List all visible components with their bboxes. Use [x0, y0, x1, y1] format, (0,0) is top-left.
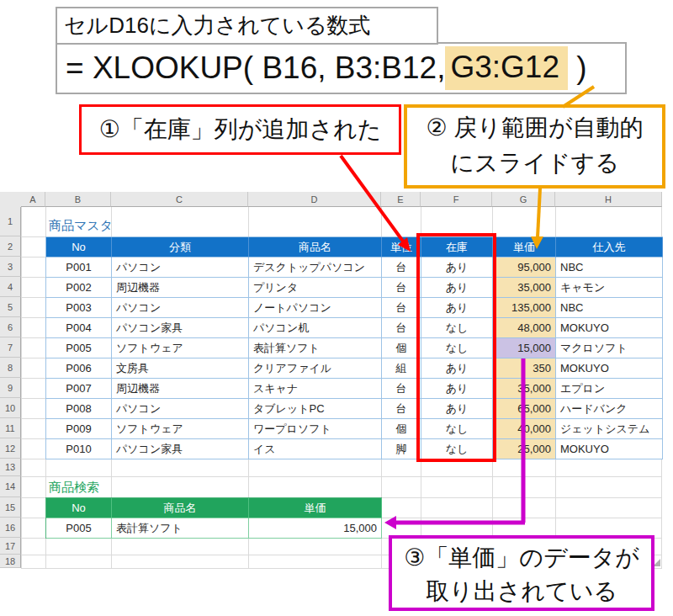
- column-header-b[interactable]: B: [45, 192, 111, 207]
- cell-price-p009[interactable]: 40,000: [493, 419, 556, 439]
- cell-name-p002[interactable]: プリンタ: [249, 278, 382, 298]
- cell-unit-p010[interactable]: 脚: [382, 439, 421, 459]
- row-header-4[interactable]: 4: [0, 277, 21, 297]
- cell-unit-p008[interactable]: 台: [382, 399, 421, 419]
- row-header-13[interactable]: 13: [0, 459, 21, 476]
- column-header-a[interactable]: A: [21, 192, 45, 207]
- row-header-11[interactable]: 11: [0, 418, 21, 438]
- row-header-7[interactable]: 7: [0, 337, 21, 358]
- cell-unit-p002[interactable]: 台: [382, 278, 421, 298]
- cell-supplier-p006[interactable]: MOKUYO: [556, 358, 663, 379]
- row-header-12[interactable]: 12: [0, 438, 21, 459]
- cell-unit-p004[interactable]: 台: [382, 318, 421, 338]
- cell-category-p007[interactable]: 周辺機器: [112, 379, 249, 399]
- cell-stock-p005[interactable]: なし: [421, 338, 493, 358]
- column-header-g[interactable]: G: [492, 192, 555, 207]
- cell-unit-p007[interactable]: 台: [382, 379, 421, 399]
- row-header-17[interactable]: 17: [0, 538, 21, 555]
- cell-price-p002[interactable]: 35,000: [493, 278, 556, 298]
- cell-supplier-p007[interactable]: エプロン: [556, 379, 663, 399]
- cell-supplier-p008[interactable]: ハードバンク: [556, 399, 663, 419]
- row-header-15[interactable]: 15: [0, 497, 21, 518]
- cell-category-p006[interactable]: 文房具: [112, 358, 249, 379]
- cell-name-p003[interactable]: ノートパソコン: [249, 298, 382, 318]
- cell-category-p009[interactable]: ソフトウェア: [112, 419, 249, 439]
- cell-category-p003[interactable]: パソコン: [112, 298, 249, 318]
- cell-name-p004[interactable]: パソコン机: [249, 318, 382, 338]
- cell-unit-p009[interactable]: 個: [382, 419, 421, 439]
- cell-no-p007[interactable]: P007: [46, 379, 112, 399]
- cell-unit-p005[interactable]: 個: [382, 338, 421, 358]
- cell-stock-p002[interactable]: あり: [421, 278, 493, 298]
- cell-stock-p008[interactable]: あり: [421, 399, 493, 419]
- cell-b16-lookup-key[interactable]: P005: [46, 518, 112, 539]
- cell-price-p007[interactable]: 35,000: [493, 379, 556, 399]
- column-header-c[interactable]: C: [111, 192, 248, 207]
- cell-no-p006[interactable]: P006: [46, 358, 112, 379]
- cell-stock-p009[interactable]: なし: [421, 419, 493, 439]
- cell-supplier-p005[interactable]: マクロソフト: [556, 338, 663, 358]
- cell-supplier-p002[interactable]: キャモン: [556, 278, 663, 298]
- cell-no-p010[interactable]: P010: [46, 439, 112, 459]
- cell-supplier-p004[interactable]: MOKUYO: [556, 318, 663, 338]
- master-table-title[interactable]: 商品マスタ: [49, 207, 113, 234]
- cell-price-p006[interactable]: 350: [493, 358, 556, 379]
- cell-name-p008[interactable]: タブレットPC: [249, 399, 382, 419]
- master-header-supplier[interactable]: 仕入先: [556, 237, 663, 258]
- row-header-8[interactable]: 8: [0, 358, 21, 378]
- cell-no-p005[interactable]: P005: [46, 338, 112, 358]
- master-header-price[interactable]: 単価: [493, 237, 556, 258]
- column-header-e[interactable]: E: [381, 192, 421, 207]
- row-header-9[interactable]: 9: [0, 378, 21, 398]
- search-table-title[interactable]: 商品検索: [49, 476, 99, 496]
- cell-name-p001[interactable]: デスクトップパソコン: [249, 258, 382, 278]
- cell-category-p005[interactable]: ソフトウェア: [112, 338, 249, 358]
- column-header-d[interactable]: D: [248, 192, 381, 207]
- row-header-10[interactable]: 10: [0, 398, 21, 418]
- master-header-stock[interactable]: 在庫: [421, 237, 493, 258]
- cell-unit-p003[interactable]: 台: [382, 298, 421, 318]
- cell-stock-p003[interactable]: あり: [421, 298, 493, 318]
- cell-unit-p006[interactable]: 組: [382, 358, 421, 379]
- search-header-name[interactable]: 商品名: [112, 498, 249, 518]
- cell-d16-result-price[interactable]: 15,000: [249, 518, 382, 539]
- cell-stock-p007[interactable]: あり: [421, 379, 493, 399]
- master-header-category[interactable]: 分類: [112, 237, 249, 258]
- row-header-1[interactable]: 1: [0, 207, 21, 236]
- cell-stock-p001[interactable]: あり: [421, 258, 493, 278]
- row-header-5[interactable]: 5: [0, 297, 21, 317]
- cell-category-p010[interactable]: パソコン家具: [112, 439, 249, 459]
- cell-price-p003[interactable]: 135,000: [493, 298, 556, 318]
- cell-category-p004[interactable]: パソコン家具: [112, 318, 249, 338]
- cell-category-p008[interactable]: パソコン: [112, 399, 249, 419]
- cell-no-p001[interactable]: P001: [46, 258, 112, 278]
- search-header-price[interactable]: 単価: [249, 498, 382, 518]
- cell-no-p002[interactable]: P002: [46, 278, 112, 298]
- cell-stock-p004[interactable]: なし: [421, 318, 493, 338]
- cell-name-p010[interactable]: イス: [249, 439, 382, 459]
- cell-price-p005[interactable]: 15,000: [493, 338, 556, 358]
- row-header-16[interactable]: 16: [0, 518, 21, 538]
- cell-category-p001[interactable]: パソコン: [112, 258, 249, 278]
- cell-no-p009[interactable]: P009: [46, 419, 112, 439]
- column-header-f[interactable]: F: [421, 192, 492, 207]
- cell-supplier-p003[interactable]: NBC: [556, 298, 663, 318]
- cell-no-p004[interactable]: P004: [46, 318, 112, 338]
- cell-c16-product-name[interactable]: 表計算ソフト: [112, 518, 249, 539]
- cell-price-p010[interactable]: 25,000: [493, 439, 556, 459]
- row-header-18[interactable]: 18: [0, 555, 21, 568]
- cell-stock-p010[interactable]: なし: [421, 439, 493, 459]
- master-header-name[interactable]: 商品名: [249, 237, 382, 258]
- row-header-3[interactable]: 3: [0, 257, 21, 277]
- cell-unit-p001[interactable]: 台: [382, 258, 421, 278]
- cell-no-p003[interactable]: P003: [46, 298, 112, 318]
- search-header-no[interactable]: No: [46, 498, 112, 518]
- row-header-6[interactable]: 6: [0, 317, 21, 337]
- select-all-corner[interactable]: [0, 192, 22, 208]
- cell-price-p001[interactable]: 95,000: [493, 258, 556, 278]
- cell-stock-p006[interactable]: あり: [421, 358, 493, 379]
- cell-name-p006[interactable]: クリアファイル: [249, 358, 382, 379]
- row-header-14[interactable]: 14: [0, 476, 21, 497]
- cell-name-p007[interactable]: スキャナ: [249, 379, 382, 399]
- master-header-unit[interactable]: 単位: [382, 237, 421, 258]
